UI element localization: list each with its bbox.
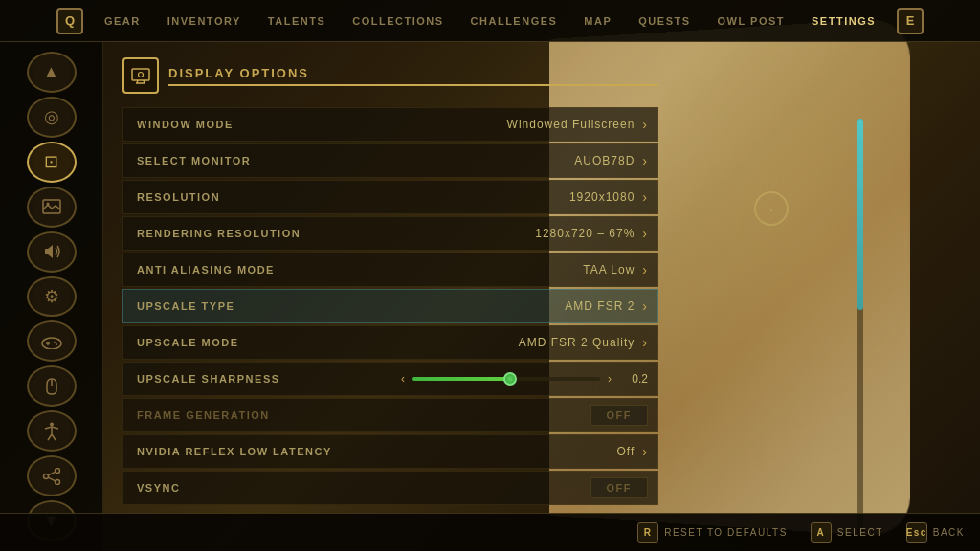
select-action[interactable]: A SELECT [811,522,883,543]
upscale-mode-chevron: › [642,335,648,350]
sidebar-btn-gear[interactable]: ⚙ [27,276,77,318]
vsync-toggle[interactable]: OFF [590,477,649,498]
upscale-sharpness-label: UPSCALE SHARPNESS [123,373,391,385]
window-mode-chevron: › [642,117,648,132]
anti-aliasing-chevron: › [642,262,648,277]
sidebar-btn-display[interactable]: ⊡ [27,142,77,183]
resolution-chevron: › [642,189,648,205]
vsync-value: OFF [391,477,657,498]
sidebar-btn-compass[interactable]: ◎ [27,97,77,138]
nvidia-reflex-chevron: › [642,444,648,459]
nav-owl-post[interactable]: OWL POST [704,15,798,27]
rendering-resolution-value: 1280x720 – 67% › [391,226,657,241]
monitor-value: AUOB78D › [391,153,657,168]
sidebar-btn-accessibility[interactable] [27,410,77,452]
sidebar: ▲ ◎ ⊡ ⚙ [0,42,103,551]
e-key[interactable]: E [897,8,924,34]
window-mode-label: WINDOW MODE [123,119,391,130]
setting-row-upscale-type[interactable]: UPSCALE TYPE AMD FSR 2 › [122,289,658,323]
window-mode-value: Windowed Fullscreen › [391,117,657,132]
section-icon [122,57,159,94]
setting-row-anti-aliasing[interactable]: ANTI ALIASING MODE TAA Low › [122,253,658,287]
sidebar-btn-up[interactable]: ▲ [27,52,77,93]
scroll-thumb[interactable] [858,119,863,310]
svg-line-13 [48,477,56,481]
svg-point-10 [55,468,59,473]
select-label: SELECT [837,527,883,538]
svg-point-11 [55,479,59,484]
setting-row-rendering-resolution[interactable]: RENDERING RESOLUTION 1280x720 – 67% › [122,216,658,251]
upscale-sharpness-slider-container: ‹ › 0.2 [391,372,657,386]
setting-row-upscale-sharpness[interactable]: UPSCALE SHARPNESS ‹ › 0.2 [122,362,658,396]
slider-left-arrow[interactable]: ‹ [401,372,405,386]
rendering-resolution-label: RENDERING RESOLUTION [123,228,391,239]
svg-point-6 [56,343,57,345]
back-label: BACK [933,527,965,538]
nav-inventory[interactable]: INVENTORY [154,15,255,27]
book-target-circle [754,191,789,226]
frame-generation-label: FRAME GENERATION [123,409,391,421]
reset-key: R [637,522,658,543]
frame-generation-toggle[interactable]: OFF [590,405,649,426]
nav-collections[interactable]: COLLECTIONS [339,15,457,27]
upscale-type-value: AMD FSR 2 › [391,298,657,314]
slider-thumb[interactable] [503,372,517,386]
upscale-sharpness-value: 0.2 [619,372,648,386]
svg-line-12 [48,472,56,475]
reset-defaults-action[interactable]: R RESET TO DEFAULTS [637,522,788,543]
setting-row-window-mode[interactable]: WINDOW MODE Windowed Fullscreen › [122,107,658,142]
back-key: Esc [906,522,927,543]
slider-right-arrow[interactable]: › [608,372,612,386]
monitor-label: SELECT MONITOR [123,155,391,166]
svg-point-2 [42,338,61,349]
sidebar-btn-controller[interactable] [27,320,77,362]
setting-row-resolution[interactable]: RESOLUTION 1920x1080 › [122,180,658,214]
setting-row-nvidia-reflex[interactable]: NVIDIA REFLEX LOW LATENCY Off › [122,434,658,469]
sidebar-btn-audio[interactable] [27,231,77,273]
monitor-chevron: › [642,153,648,168]
sidebar-btn-image[interactable] [27,187,77,228]
nav-settings[interactable]: SETTINGS [798,15,889,27]
setting-row-vsync[interactable]: VSYNC OFF [122,471,658,505]
svg-point-9 [43,474,48,478]
setting-row-monitor[interactable]: SELECT MONITOR AUOB78D › [122,143,658,178]
svg-point-18 [139,73,144,77]
rendering-resolution-chevron: › [642,226,648,241]
upscale-type-label: UPSCALE TYPE [123,300,391,312]
section-header: DISPLAY OPTIONS [122,57,658,94]
slider-track[interactable] [412,377,600,381]
sidebar-btn-mouse[interactable] [27,365,77,407]
top-navigation: Q GEAR INVENTORY TALENTS COLLECTIONS CHA… [0,0,980,42]
nvidia-reflex-value: Off › [391,444,657,459]
svg-point-5 [54,342,56,343]
q-key[interactable]: Q [56,8,83,34]
reset-label: RESET TO DEFAULTS [664,527,788,538]
upscale-mode-label: UPSCALE MODE [123,337,391,348]
resolution-label: RESOLUTION [123,191,391,203]
main-content: DISPLAY OPTIONS WINDOW MODE Windowed Ful… [103,42,678,513]
slider-fill [412,377,510,381]
back-action[interactable]: Esc BACK [906,522,965,543]
setting-row-frame-generation: FRAME GENERATION OFF [122,398,658,432]
upscale-type-chevron: › [642,298,648,314]
select-key: A [811,522,832,543]
frame-generation-value: OFF [391,405,657,426]
svg-rect-14 [132,69,149,80]
nav-quests[interactable]: QUESTS [625,15,703,27]
svg-point-1 [46,203,49,206]
resolution-value: 1920x1080 › [391,189,657,205]
vsync-label: VSYNC [123,482,391,494]
nav-map[interactable]: MAP [570,15,625,27]
settings-list: WINDOW MODE Windowed Fullscreen › SELECT… [122,107,658,505]
section-title: DISPLAY OPTIONS [168,66,658,86]
bottom-bar: R RESET TO DEFAULTS A SELECT Esc BACK [0,513,980,551]
nvidia-reflex-label: NVIDIA REFLEX LOW LATENCY [123,446,391,457]
sidebar-btn-share[interactable] [27,455,77,496]
scrollbar[interactable] [858,119,863,540]
nav-gear[interactable]: GEAR [91,15,154,27]
setting-row-upscale-mode[interactable]: UPSCALE MODE AMD FSR 2 Quality › [122,325,658,360]
svg-point-8 [50,422,54,426]
nav-challenges[interactable]: CHALLENGES [457,15,571,27]
nav-talents[interactable]: TALENTS [255,15,339,27]
anti-aliasing-label: ANTI ALIASING MODE [123,264,391,276]
